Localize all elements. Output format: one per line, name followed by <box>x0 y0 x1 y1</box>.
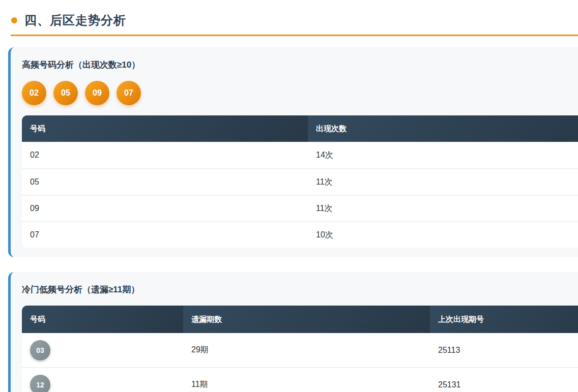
cell-missing: 29期 <box>183 333 430 367</box>
cell-number-badge: 03 <box>22 333 183 367</box>
column-header-number: 号码 <box>22 306 183 333</box>
cold-numbers-card: 冷门低频号分析（遗漏≥11期） 号码 遗漏期数 上次出现期号 03 29期 25… <box>8 272 578 392</box>
number-badge: 09 <box>85 81 109 105</box>
cell-number: 09 <box>22 195 308 221</box>
number-badge: 05 <box>53 81 78 105</box>
cold-numbers-table: 号码 遗漏期数 上次出现期号 03 29期 25113 12 1 <box>22 306 578 392</box>
cell-number: 02 <box>22 142 308 168</box>
number-badge: 03 <box>30 340 50 360</box>
cell-number: 05 <box>22 168 308 195</box>
table-row: 02 14次 <box>22 142 578 168</box>
column-header-number: 号码 <box>22 115 308 142</box>
cell-last-issue: 25113 <box>430 333 578 367</box>
section-header: 四、后区走势分析 <box>0 0 578 28</box>
page: 四、后区走势分析 高频号码分析（出现次数≥10） 02 05 09 07 号码 … <box>0 0 578 392</box>
section-divider <box>11 35 578 36</box>
table-header-row: 号码 遗漏期数 上次出现期号 <box>22 306 578 333</box>
column-header-last-issue: 上次出现期号 <box>430 306 578 333</box>
cell-count: 11次 <box>308 195 578 221</box>
cell-number-badge: 12 <box>22 367 183 392</box>
table-row: 12 11期 25131 <box>22 367 578 392</box>
column-header-missing: 遗漏期数 <box>183 306 430 333</box>
number-badge: 12 <box>30 375 50 392</box>
hot-card-title: 高频号码分析（出现次数≥10） <box>22 59 578 71</box>
number-badge: 07 <box>117 81 141 105</box>
hot-numbers-table: 号码 出现次数 02 14次 05 11次 09 11次 07 <box>22 115 578 248</box>
column-header-count: 出现次数 <box>308 115 578 142</box>
section-title: 四、后区走势分析 <box>24 13 126 28</box>
cell-count: 10次 <box>308 221 578 248</box>
cell-count: 14次 <box>308 142 578 168</box>
cell-last-issue: 25131 <box>430 367 578 392</box>
table-row: 09 11次 <box>22 195 578 221</box>
cell-count: 11次 <box>308 168 578 195</box>
cell-number: 07 <box>22 221 308 248</box>
cold-card-title: 冷门低频号分析（遗漏≥11期） <box>22 284 578 295</box>
section-bullet-icon <box>11 17 17 23</box>
table-row: 05 11次 <box>22 168 578 195</box>
table-row: 03 29期 25113 <box>22 333 578 367</box>
table-header-row: 号码 出现次数 <box>22 115 578 142</box>
number-badge: 02 <box>22 81 46 105</box>
hot-number-badges: 02 05 09 07 <box>22 81 578 105</box>
hot-numbers-card: 高频号码分析（出现次数≥10） 02 05 09 07 号码 出现次数 02 1… <box>8 47 578 257</box>
table-row: 07 10次 <box>22 221 578 248</box>
cell-missing: 11期 <box>183 367 430 392</box>
